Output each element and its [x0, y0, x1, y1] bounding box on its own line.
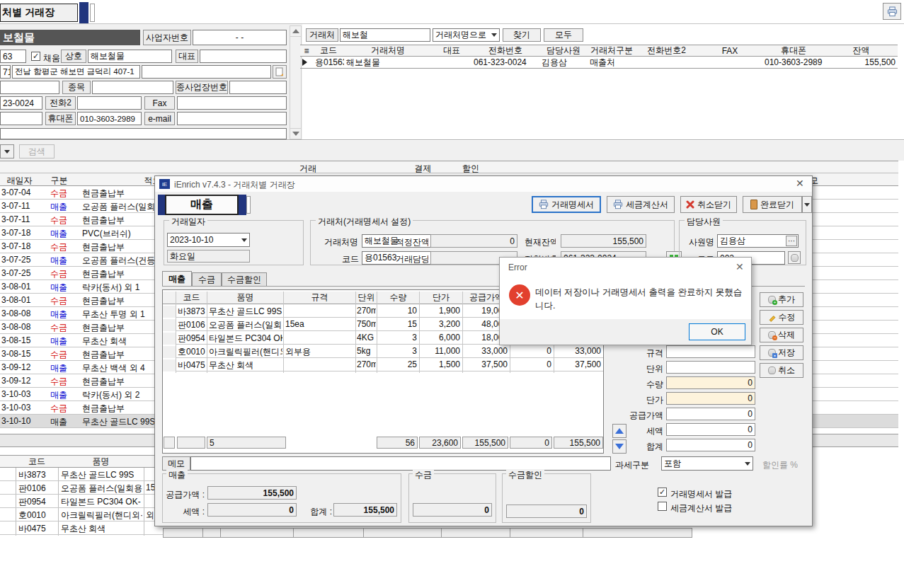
- edit-button[interactable]: 수정: [760, 310, 803, 325]
- customer-row-type[interactable]: 매출처: [588, 57, 636, 69]
- customer-row-mobile[interactable]: 010-3603-2989: [762, 57, 825, 69]
- save-button[interactable]: ▪저장: [760, 345, 803, 360]
- col-header-phone2[interactable]: 전화번호2: [636, 45, 697, 57]
- dialog-titlebar[interactable]: iE iEnrich v7.4.3 - 거래처별 거래장 ✕: [155, 176, 812, 192]
- sub-biz-field[interactable]: [229, 81, 287, 94]
- phone2-field[interactable]: [77, 96, 142, 110]
- customer-row-manager[interactable]: 김용삼: [539, 57, 588, 69]
- printer-icon: [539, 200, 549, 209]
- side-qty-label: 수량: [619, 379, 663, 391]
- employee-clear-button[interactable]: [788, 251, 801, 264]
- close-icon[interactable]: ✕: [796, 178, 804, 188]
- address-search-button[interactable]: [273, 65, 287, 79]
- side-tax-field[interactable]: 0: [666, 423, 755, 436]
- add-button[interactable]: +추가: [760, 292, 803, 307]
- memo-label: 메모: [162, 456, 190, 471]
- zip-fragment-field[interactable]: 71: [0, 65, 11, 79]
- grid-col-unit[interactable]: 단위: [356, 292, 377, 304]
- grid-col-price[interactable]: 단가: [420, 292, 462, 304]
- address2-field[interactable]: [142, 65, 271, 79]
- search-mode-select[interactable]: 거래처명으로: [433, 28, 500, 42]
- statement-issue-checkbox[interactable]: ✓: [658, 488, 667, 497]
- col-header-name[interactable]: 거래처명: [344, 45, 432, 57]
- customer-row-fax[interactable]: [697, 57, 762, 69]
- address-field[interactable]: 전남 함평군 해보면 금덕리 407-1: [12, 65, 140, 79]
- tax-invoice-issue-checkbox[interactable]: [658, 502, 667, 511]
- col-header-fax[interactable]: FAX: [697, 45, 762, 57]
- all-button[interactable]: 모두: [544, 28, 583, 42]
- tab-receipt[interactable]: 수금: [192, 272, 222, 286]
- tab-receipt-discount[interactable]: 수금할인: [222, 272, 267, 286]
- customer-row-code[interactable]: 용01563: [313, 57, 344, 69]
- grid-col-spec[interactable]: 규격: [284, 292, 355, 304]
- tax-invoice-button[interactable]: 세금계산서: [607, 196, 675, 213]
- daepyo-field[interactable]: [200, 50, 287, 63]
- product-col-spec[interactable]: [144, 456, 155, 468]
- uptae-field[interactable]: [0, 81, 59, 94]
- col-header-mobile[interactable]: 휴대폰: [762, 45, 825, 57]
- grid-col-code[interactable]: 코드: [176, 292, 207, 304]
- close-icon[interactable]: ✕: [736, 262, 744, 272]
- fill-checkbox[interactable]: ✓: [31, 52, 40, 61]
- product-col-code[interactable]: 코드: [16, 456, 58, 468]
- scroll-up-button[interactable]: [290, 25, 302, 37]
- col-header-phone[interactable]: 전화번호: [471, 45, 539, 57]
- biz-no-label: 사업자번호: [143, 30, 191, 45]
- statement-button[interactable]: 거래명세서: [532, 196, 601, 213]
- ok-button[interactable]: OK: [689, 323, 745, 340]
- mobile-field[interactable]: 010-3603-2989: [77, 112, 142, 125]
- grid-col-qty[interactable]: 수량: [377, 292, 419, 304]
- search-button[interactable]: 검색: [19, 144, 55, 158]
- etc-field[interactable]: [0, 112, 42, 125]
- tab-sales[interactable]: 매출: [162, 271, 192, 286]
- memo-input[interactable]: [190, 456, 611, 471]
- delete-button[interactable]: −삭제: [760, 328, 803, 342]
- sangho-field[interactable]: 해보철물: [88, 50, 172, 63]
- side-spec-field[interactable]: [666, 345, 755, 358]
- tax-type-select[interactable]: 포함: [661, 456, 753, 471]
- side-supply-field[interactable]: 0: [666, 408, 755, 420]
- side-total-field[interactable]: 0: [666, 439, 755, 451]
- find-button[interactable]: 찾기: [503, 28, 541, 42]
- jongmok-field[interactable]: [92, 81, 173, 94]
- code-fragment-field[interactable]: 63: [0, 50, 26, 63]
- note-field[interactable]: [0, 128, 287, 139]
- biz-no-field[interactable]: - -: [193, 30, 287, 45]
- side-unit-field[interactable]: [666, 361, 755, 374]
- col-header-balance[interactable]: 잔액: [825, 45, 898, 57]
- customer-row-phone2[interactable]: [636, 57, 697, 69]
- fax-field[interactable]: [177, 96, 287, 110]
- complete-close-button[interactable]: 완료닫기: [743, 196, 802, 213]
- col-header-type[interactable]: 거래처구분: [588, 45, 636, 57]
- col-header-code[interactable]: 코드: [313, 45, 344, 57]
- title-accent-box: [90, 4, 95, 22]
- filter-combo-fragment[interactable]: [0, 144, 14, 158]
- employee-picker-button[interactable]: ···: [786, 236, 797, 246]
- page-title: 처별 거래장: [0, 4, 78, 22]
- complete-close-dropdown[interactable]: [802, 196, 812, 213]
- date-combobox[interactable]: 2023-10-10: [167, 233, 250, 247]
- row-indicator-header: ≡: [300, 45, 313, 57]
- customer-row-ceo[interactable]: [432, 57, 471, 69]
- col-header-ceo[interactable]: 대표: [432, 45, 471, 57]
- scrollbar-vertical[interactable]: [290, 25, 302, 139]
- chevron-down-icon: [804, 203, 810, 207]
- grid-col-name[interactable]: 품명: [207, 292, 283, 304]
- cancel-close-button[interactable]: 취소닫기: [680, 196, 737, 213]
- product-col-name[interactable]: 품명: [58, 456, 144, 468]
- item-row[interactable]: 바0475무초산 회색270ml251,50037,500037,500: [163, 358, 603, 371]
- side-price-field[interactable]: 0: [666, 392, 755, 405]
- scroll-down-button[interactable]: [290, 128, 302, 139]
- print-button[interactable]: [883, 3, 901, 20]
- current-balance-label: 현재잔액: [525, 236, 556, 248]
- cancel-button[interactable]: 취소: [760, 363, 803, 378]
- col-header-manager[interactable]: 담당사원: [539, 45, 588, 57]
- email-field[interactable]: [177, 112, 287, 125]
- customer-row-name[interactable]: 해보철물: [344, 57, 432, 69]
- side-qty-field[interactable]: 0: [666, 376, 755, 389]
- item-row[interactable]: 호0010아크릴릭필러(핸디외외부용5kg311,00033,000033,00…: [163, 345, 603, 358]
- customer-search-input[interactable]: 해보철: [340, 28, 430, 42]
- phone-fragment-field[interactable]: 23-0024: [0, 96, 42, 110]
- customer-row-phone[interactable]: 061-323-0024: [471, 57, 539, 69]
- customer-row-balance[interactable]: 155,500: [825, 57, 898, 69]
